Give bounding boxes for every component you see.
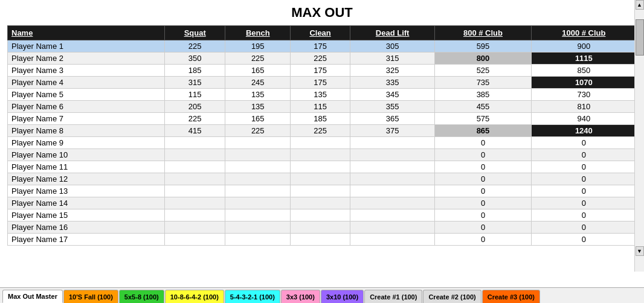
- cell-deadlift: [350, 173, 435, 185]
- table-row[interactable]: Player Name 1100: [8, 161, 637, 173]
- scrollbar[interactable]: ▲ ▼: [634, 0, 644, 272]
- cell-club800: 0: [435, 209, 531, 222]
- cell-club1000: 0: [531, 185, 636, 197]
- cell-club800: 595: [435, 40, 531, 53]
- cell-club1000: 0: [531, 234, 636, 246]
- cell-deadlift: [350, 222, 435, 234]
- sheet-tabs-bar: Max Out Master10'S Fall (100)5x5-8 (100)…: [0, 287, 644, 303]
- cell-deadlift: 325: [350, 65, 435, 77]
- cell-club1000: 1240: [531, 125, 636, 137]
- cell-deadlift: [350, 234, 435, 246]
- sheet-tab-8[interactable]: Create #2 (100): [423, 290, 481, 303]
- col-header-name: Name: [8, 26, 165, 40]
- table-row[interactable]: Player Name 1400: [8, 197, 637, 209]
- table-row[interactable]: Player Name 23502252253158001115: [8, 53, 637, 65]
- cell-club1000: 810: [531, 101, 636, 113]
- cell-name: Player Name 13: [8, 185, 165, 197]
- scroll-down-arrow[interactable]: ▼: [636, 246, 644, 256]
- cell-club800: 0: [435, 222, 531, 234]
- cell-name: Player Name 15: [8, 209, 165, 222]
- cell-clean: 135: [291, 89, 350, 101]
- sheet-tab-5[interactable]: 3x3 (100): [281, 290, 320, 303]
- sheet-tab-0[interactable]: Max Out Master: [2, 290, 63, 303]
- cell-deadlift: 315: [350, 53, 435, 65]
- cell-bench: [225, 234, 291, 246]
- sheet-tab-7[interactable]: Create #1 (100): [364, 290, 422, 303]
- cell-bench: [225, 173, 291, 185]
- cell-squat: [165, 137, 225, 149]
- cell-name: Player Name 1: [8, 40, 165, 53]
- cell-clean: [291, 234, 350, 246]
- cell-club1000: 0: [531, 161, 636, 173]
- cell-club1000: 0: [531, 137, 636, 149]
- cell-clean: [291, 197, 350, 209]
- cell-clean: [291, 185, 350, 197]
- data-table: Name Squat Bench Clean Dead Lift 800 # C…: [7, 25, 637, 246]
- cell-name: Player Name 6: [8, 101, 165, 113]
- cell-bench: [225, 222, 291, 234]
- cell-name: Player Name 5: [8, 89, 165, 101]
- cell-deadlift: [350, 161, 435, 173]
- cell-deadlift: 355: [350, 101, 435, 113]
- cell-bench: [225, 185, 291, 197]
- cell-club800: 865: [435, 125, 531, 137]
- sheet-tab-1[interactable]: 10'S Fall (100): [63, 290, 118, 303]
- cell-deadlift: [350, 149, 435, 161]
- cell-clean: [291, 137, 350, 149]
- col-header-squat: Squat: [165, 26, 225, 40]
- table-row[interactable]: Player Name 3185165175325525850: [8, 65, 637, 77]
- cell-clean: 175: [291, 77, 350, 89]
- cell-club1000: 0: [531, 173, 636, 185]
- table-row[interactable]: Player Name 1700: [8, 234, 637, 246]
- sheet-tab-2[interactable]: 5x5-8 (100): [119, 290, 164, 303]
- cell-club800: 800: [435, 53, 531, 65]
- cell-squat: [165, 222, 225, 234]
- table-row[interactable]: Player Name 1500: [8, 209, 637, 222]
- table-row[interactable]: Player Name 1225195175305595900: [8, 40, 637, 53]
- cell-name: Player Name 17: [8, 234, 165, 246]
- scrollbar-thumb[interactable]: [636, 19, 644, 56]
- cell-squat: [165, 197, 225, 209]
- sheet-tab-6[interactable]: 3x10 (100): [321, 290, 364, 303]
- cell-club800: 0: [435, 234, 531, 246]
- table-row[interactable]: Player Name 6205135115355455810: [8, 101, 637, 113]
- cell-name: Player Name 9: [8, 137, 165, 149]
- cell-bench: [225, 209, 291, 222]
- sheet-tab-9[interactable]: Create #3 (100): [482, 290, 540, 303]
- table-row[interactable]: Player Name 1000: [8, 149, 637, 161]
- cell-club1000: 0: [531, 149, 636, 161]
- cell-club800: 0: [435, 149, 531, 161]
- cell-club800: 0: [435, 173, 531, 185]
- cell-name: Player Name 7: [8, 113, 165, 125]
- table-row[interactable]: Player Name 900: [8, 137, 637, 149]
- cell-squat: [165, 185, 225, 197]
- table-row[interactable]: Player Name 1600: [8, 222, 637, 234]
- cell-club800: 0: [435, 161, 531, 173]
- cell-club800: 385: [435, 89, 531, 101]
- cell-squat: 225: [165, 40, 225, 53]
- table-row[interactable]: Player Name 7225165185365575940: [8, 113, 637, 125]
- table-row[interactable]: Player Name 43152451753357351070: [8, 77, 637, 89]
- cell-bench: 165: [225, 113, 291, 125]
- table-row[interactable]: Player Name 84152252253758651240: [8, 125, 637, 137]
- col-header-club800: 800 # Club: [435, 26, 531, 40]
- sheet-tab-3[interactable]: 10-8-6-4-2 (100): [165, 290, 224, 303]
- scroll-up-arrow[interactable]: ▲: [636, 0, 644, 10]
- table-row[interactable]: Player Name 1300: [8, 185, 637, 197]
- table-row[interactable]: Player Name 5115135135345385730: [8, 89, 637, 101]
- cell-clean: [291, 149, 350, 161]
- cell-clean: [291, 173, 350, 185]
- cell-club1000: 940: [531, 113, 636, 125]
- cell-club800: 735: [435, 77, 531, 89]
- cell-deadlift: 365: [350, 113, 435, 125]
- cell-squat: [165, 161, 225, 173]
- cell-squat: 350: [165, 53, 225, 65]
- page-title: MAX OUT: [7, 5, 637, 21]
- cell-deadlift: 305: [350, 40, 435, 53]
- cell-name: Player Name 10: [8, 149, 165, 161]
- table-row[interactable]: Player Name 1200: [8, 173, 637, 185]
- cell-name: Player Name 2: [8, 53, 165, 65]
- cell-deadlift: 375: [350, 125, 435, 137]
- sheet-tab-4[interactable]: 5-4-3-2-1 (100): [225, 290, 280, 303]
- cell-squat: 415: [165, 125, 225, 137]
